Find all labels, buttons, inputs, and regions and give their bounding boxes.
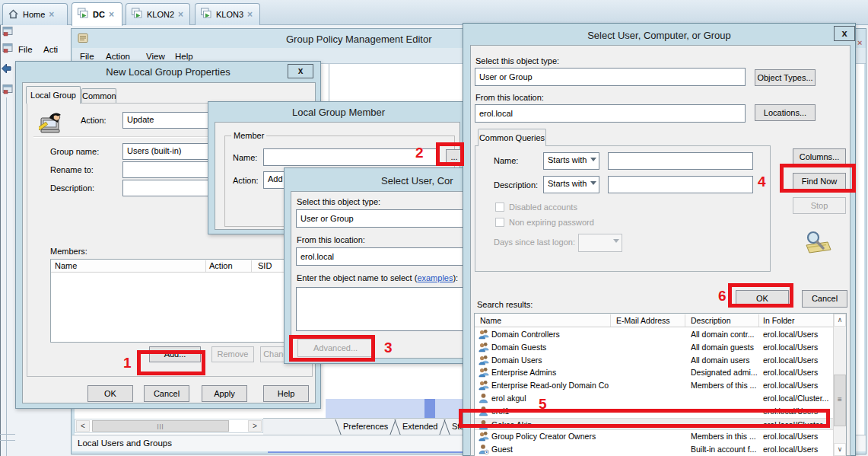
remove-button[interactable]: Remove bbox=[211, 346, 254, 362]
ok-button[interactable]: OK bbox=[87, 385, 133, 402]
select-user-large-dialog: Select User, Computer, or Group x Select… bbox=[463, 23, 856, 456]
close-icon[interactable]: × bbox=[178, 9, 183, 20]
result-folder: erol.local/Cluster... bbox=[763, 394, 833, 403]
cancel-button[interactable]: Cancel bbox=[144, 385, 189, 402]
result-name: Domain Guests bbox=[491, 343, 609, 352]
group-icon bbox=[479, 355, 489, 367]
annotation-box-4 bbox=[780, 164, 856, 193]
bg-menu-file[interactable]: File bbox=[18, 45, 33, 54]
tree-scrollbar[interactable]: < ||| > bbox=[75, 419, 263, 433]
annotation-box-2 bbox=[436, 142, 464, 166]
result-row[interactable]: Domain GuestsAll domain guestserol.local… bbox=[475, 341, 833, 354]
result-row[interactable]: erol akgulerol.local/Cluster... bbox=[475, 392, 833, 405]
close-icon[interactable]: × bbox=[857, 38, 862, 47]
members-col-sid[interactable]: SID bbox=[258, 261, 272, 270]
dialog-title: New Local Group Properties bbox=[16, 66, 320, 78]
result-row[interactable]: Enterprise Read-only Domain Co...Members… bbox=[475, 379, 833, 392]
group-icon bbox=[479, 329, 489, 341]
group-name-label: Group name: bbox=[50, 147, 99, 156]
columns-button[interactable]: Columns... bbox=[793, 148, 846, 165]
sheet-tab-extended[interactable]: Extended bbox=[402, 422, 437, 431]
tab-dc[interactable]: DC × bbox=[72, 2, 122, 26]
home-icon bbox=[8, 8, 19, 21]
result-row[interactable]: GuestBuilt-in account f...erol.local/Use… bbox=[475, 443, 833, 456]
sheet-tab-preferences[interactable]: Preferences bbox=[343, 422, 388, 431]
scroll-left-icon[interactable]: < bbox=[76, 420, 90, 432]
scroll-up-icon[interactable]: ∧ bbox=[834, 314, 846, 327]
close-button[interactable]: x bbox=[288, 64, 313, 78]
result-name: Domain Users bbox=[491, 356, 609, 365]
enter-object-label: Enter the object name to select (example… bbox=[297, 273, 458, 282]
tab-common-queries[interactable]: Common Queries bbox=[478, 129, 546, 146]
result-name: Group Policy Creator Owners bbox=[491, 432, 609, 441]
col-description[interactable]: Description bbox=[691, 316, 731, 325]
tab-common[interactable]: Common bbox=[81, 88, 116, 104]
disabled-accounts-checkbox[interactable] bbox=[495, 202, 504, 212]
annotation-box-3 bbox=[289, 335, 375, 362]
cancel-button[interactable]: Cancel bbox=[802, 290, 847, 308]
result-folder: erol.local/Users bbox=[763, 330, 833, 339]
scroll-down-icon[interactable]: ∨ bbox=[834, 443, 846, 456]
close-button[interactable]: x bbox=[834, 26, 855, 41]
cq-desc-op[interactable]: Starts with bbox=[543, 176, 599, 193]
annotation-box-1 bbox=[137, 350, 205, 375]
cq-name-input[interactable] bbox=[608, 152, 753, 170]
close-icon[interactable]: × bbox=[49, 9, 54, 20]
non-expiring-checkbox[interactable] bbox=[495, 218, 504, 227]
col-email[interactable]: E-Mail Address bbox=[616, 316, 670, 325]
tab-label: KLON2 bbox=[147, 10, 174, 19]
dialog-body: Select this object type: User or Group O… bbox=[470, 45, 851, 456]
result-folder: erol.local/Users bbox=[763, 368, 833, 377]
help-button[interactable]: Help bbox=[263, 385, 309, 402]
cq-desc-input[interactable] bbox=[608, 176, 753, 193]
gpme-menu-file[interactable]: File bbox=[80, 52, 94, 61]
tab-klon2[interactable]: KLON2 × bbox=[126, 3, 190, 25]
result-name: Enterprise Admins bbox=[491, 368, 609, 377]
annotation-num-2: 2 bbox=[415, 145, 424, 161]
result-row[interactable]: Enterprise AdminsDesignated admi...erol.… bbox=[475, 366, 833, 379]
scroll-right-icon[interactable]: > bbox=[248, 420, 262, 432]
result-folder: erol.local/Users bbox=[763, 445, 833, 454]
bg-menu-action[interactable]: Acti bbox=[43, 45, 58, 54]
disabled-accounts-label: Disabled accounts bbox=[509, 202, 577, 212]
scroll-thumb[interactable]: ≡ bbox=[834, 375, 846, 426]
close-icon[interactable]: × bbox=[109, 9, 114, 20]
result-row[interactable]: Group Policy Creator OwnersMembers in th… bbox=[475, 430, 833, 443]
tab-local-group[interactable]: Local Group bbox=[26, 86, 81, 104]
gpme-menu-help[interactable]: Help bbox=[175, 52, 193, 61]
stop-button[interactable]: Stop bbox=[793, 197, 846, 214]
col-name[interactable]: Name bbox=[480, 316, 501, 325]
results-header: Name E-Mail Address Description In Folde… bbox=[475, 314, 833, 327]
tab-klon3[interactable]: KLON3 × bbox=[195, 3, 260, 25]
results-scrollbar[interactable]: ∧ ≡ ∨ bbox=[833, 314, 846, 456]
members-col-action[interactable]: Action bbox=[209, 261, 233, 270]
result-description: Members in this ... bbox=[691, 432, 758, 441]
scroll-thumb[interactable]: ||| bbox=[92, 420, 229, 432]
object-types-button[interactable]: Object Types... bbox=[755, 69, 816, 86]
annotation-num-4: 4 bbox=[758, 174, 766, 190]
result-row[interactable]: Domain ControllersAll domain contr...ero… bbox=[475, 328, 833, 341]
object-names-textarea[interactable] bbox=[296, 287, 464, 331]
apply-button[interactable]: Apply bbox=[202, 385, 247, 402]
result-folder: erol.local/Users bbox=[763, 381, 833, 390]
object-type-label: Select this object type: bbox=[297, 197, 380, 206]
member-name-input[interactable] bbox=[263, 148, 440, 166]
col-folder[interactable]: In Folder bbox=[763, 316, 794, 325]
gpme-menu-action[interactable]: Action bbox=[106, 52, 130, 61]
object-type-value: User or Group bbox=[296, 209, 464, 228]
gpme-menu-view[interactable]: View bbox=[146, 52, 165, 61]
console-icon bbox=[2, 84, 13, 96]
back-arrow-icon[interactable] bbox=[0, 62, 12, 76]
locations-button[interactable]: Locations... bbox=[755, 104, 816, 121]
members-col-name[interactable]: Name bbox=[55, 261, 77, 270]
cq-name-op[interactable]: Starts with bbox=[543, 152, 599, 170]
days-select[interactable] bbox=[578, 234, 622, 252]
tab-home[interactable]: Home × bbox=[2, 3, 68, 25]
examples-link[interactable]: examples bbox=[417, 273, 453, 282]
result-description: All domain contr... bbox=[691, 330, 758, 339]
tab-label: Home bbox=[23, 10, 45, 19]
chevron-down-icon bbox=[613, 239, 619, 243]
close-icon[interactable]: × bbox=[247, 9, 253, 20]
search-results-label: Search results: bbox=[477, 300, 533, 309]
result-row[interactable]: Domain UsersAll domain userserol.local/U… bbox=[475, 354, 833, 367]
